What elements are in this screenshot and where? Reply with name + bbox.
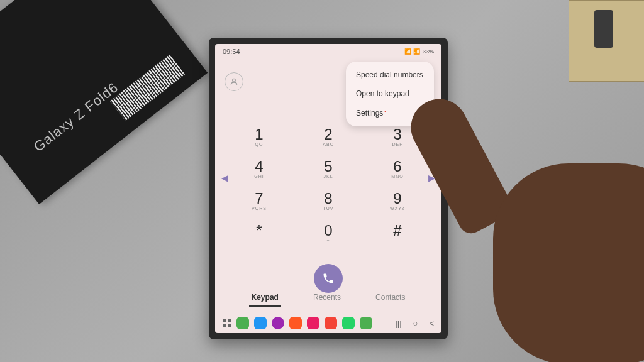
product-box-label: Galaxy Z Fold6 [31, 79, 122, 155]
bottom-tabs: Keypad Recents Contacts [215, 289, 441, 307]
battery-text: 33% [423, 48, 434, 55]
key-5[interactable]: 5JKL [309, 158, 347, 178]
channel-logo [624, 342, 641, 359]
wooden-prop [569, 0, 644, 82]
status-bar: 09:54 📶 📶 33% [215, 44, 441, 59]
person-add-icon [230, 77, 238, 86]
phone-icon [322, 272, 335, 285]
palm [493, 163, 644, 362]
apps-drawer-icon[interactable] [223, 319, 231, 327]
nav-buttons: ||| ○ < [395, 319, 434, 328]
keypad: ◀ ▶ 1QO 2ABC 3DEF 4GHI 5JKL 6MNO 7PQRS 8… [240, 126, 416, 254]
key-hash[interactable]: # [379, 222, 416, 243]
key-8[interactable]: 8TUV [309, 190, 347, 211]
key-9[interactable]: 9WXYZ [379, 190, 416, 211]
keypad-row-2: 4GHI 5JKL 6MNO [240, 158, 416, 178]
taskbar-whatsapp-icon[interactable] [342, 317, 355, 329]
keypad-row-3: 7PQRS 8TUV 9WXYZ [240, 190, 416, 211]
nav-recent[interactable]: ||| [395, 319, 401, 328]
svg-point-0 [233, 79, 236, 82]
hinge-hardware [594, 10, 613, 48]
phone-app-screen: 09:54 📶 📶 33% Speed dial numbers Open to… [215, 44, 441, 333]
tab-keypad[interactable]: Keypad [249, 289, 281, 307]
taskbar-youtube-icon[interactable] [325, 317, 337, 329]
menu-settings[interactable]: Settings [346, 103, 434, 123]
taskbar: ||| ○ < [215, 317, 441, 329]
taskbar-phone-icon[interactable] [236, 317, 249, 329]
keypad-arrow-right-icon[interactable]: ▶ [428, 173, 435, 183]
menu-speed-dial[interactable]: Speed dial numbers [346, 65, 434, 84]
taskbar-app-icon-3[interactable] [307, 317, 319, 329]
key-2[interactable]: 2ABC [309, 126, 347, 146]
tab-contacts[interactable]: Contacts [373, 289, 408, 307]
keypad-row-4: * 0+ # [240, 222, 416, 243]
status-indicators: 📶 📶 33% [404, 48, 434, 55]
status-time: 09:54 [223, 48, 240, 55]
taskbar-messages-icon[interactable] [254, 317, 267, 329]
key-4[interactable]: 4GHI [240, 158, 278, 178]
key-0[interactable]: 0+ [309, 222, 347, 243]
key-star[interactable]: * [240, 222, 278, 243]
key-1[interactable]: 1QO [240, 126, 278, 146]
product-box: Galaxy Z Fold6 [0, 0, 208, 204]
taskbar-whatsapp-business-icon[interactable] [360, 317, 372, 329]
key-6[interactable]: 6MNO [379, 158, 416, 178]
desk-background: Galaxy Z Fold6 09:54 📶 📶 33% Speed dial … [0, 0, 644, 362]
overflow-menu: Speed dial numbers Open to keypad Settin… [346, 62, 434, 126]
key-3[interactable]: 3DEF [379, 126, 416, 146]
nav-back[interactable]: < [429, 319, 434, 328]
tablet-device: 09:54 📶 📶 33% Speed dial numbers Open to… [209, 38, 448, 339]
menu-open-keypad[interactable]: Open to keypad [346, 84, 434, 103]
key-7[interactable]: 7PQRS [240, 190, 278, 211]
taskbar-app-icon-2[interactable] [289, 317, 302, 329]
search-dial-icon[interactable] [225, 72, 243, 91]
nav-home[interactable]: ○ [413, 319, 418, 328]
signal-icon: 📶 📶 [404, 48, 420, 55]
keypad-row-1: 1QO 2ABC 3DEF [240, 126, 416, 146]
taskbar-app-icon[interactable] [272, 317, 284, 329]
tab-recents[interactable]: Recents [311, 289, 343, 307]
keypad-arrow-left-icon[interactable]: ◀ [221, 173, 228, 183]
human-hand [418, 75, 644, 352]
barcode [110, 55, 185, 121]
